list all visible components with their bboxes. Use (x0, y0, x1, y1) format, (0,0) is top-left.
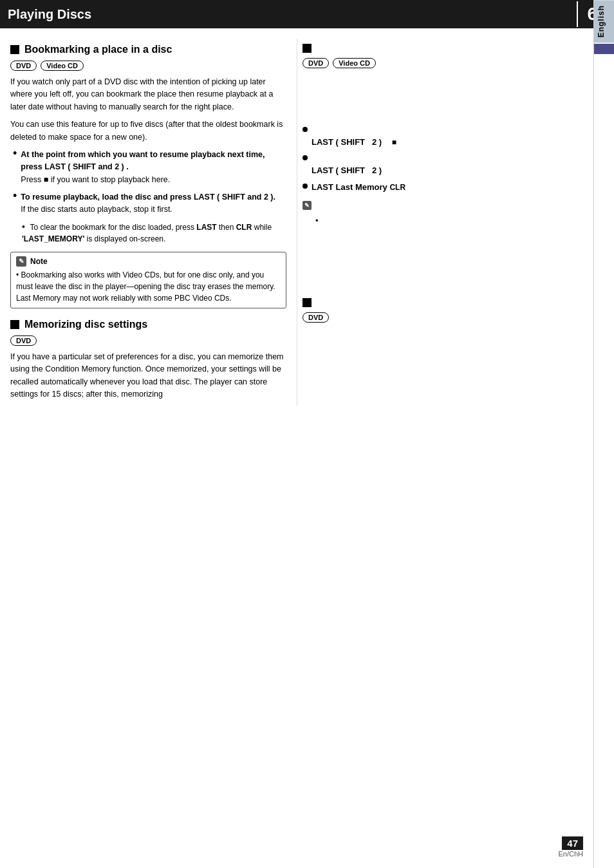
sidebar-english-label: English (594, 0, 615, 42)
right-section1-header (302, 44, 583, 53)
right-section2-header (302, 298, 583, 307)
right-badge-videocd: Video CD (333, 58, 376, 68)
bullet1-strong: At the point from which you want to resu… (21, 150, 265, 171)
right-note-row: ✎ • (302, 201, 583, 227)
right-chinese-spacer (302, 73, 583, 125)
right-bullet-1-content: LAST ( SHIFT 2 ) ■ (312, 125, 396, 148)
section1-title: Bookmarking a place in a disc (24, 44, 172, 55)
right-bullet-2: LAST ( SHIFT 2 ) (302, 153, 583, 175)
right-column: DVD Video CD LAST ( SHIFT 2 ) ■ (297, 39, 593, 406)
section2-title: Memorizing disc settings (24, 319, 147, 330)
note-icon: ✎ (16, 256, 26, 267)
right-last-key-2: LAST ( SHIFT 2 ) (312, 165, 382, 175)
right-bullet-2-content: LAST ( SHIFT 2 ) (312, 153, 382, 175)
right-note-icon-row: ✎ (302, 201, 583, 210)
section1-intro: If you watch only part of a DVD disc wit… (10, 76, 286, 113)
section2-intro: If you have a particular set of preferen… (10, 351, 286, 401)
right-stop-symbol-1: ■ (384, 138, 396, 147)
clear-bullet-dot: • (22, 222, 25, 232)
right-section1-square (302, 44, 312, 53)
right-badge-dvd-s2: DVD (302, 312, 329, 323)
page-sub-label: En/ChH (558, 850, 583, 858)
page-number: 47 (562, 836, 583, 850)
main-content: Bookmarking a place in a disc DVD Video … (0, 28, 593, 406)
section2-heading: Memorizing disc settings (10, 319, 286, 330)
right-section2-badges: DVD (302, 312, 583, 323)
clear-instruction-row: • To clear the bookmark for the disc loa… (10, 222, 286, 245)
right-note-bullet-dot: • (315, 216, 319, 225)
right-badge-dvd: DVD (302, 58, 329, 68)
sidebar-chinese-label: 中文 (594, 44, 615, 54)
right-note-bullet: • (302, 215, 583, 227)
right-last-memory: Last Memory (336, 182, 387, 192)
section1-square (10, 45, 19, 54)
note-box: ✎ Note • Bookmarking also works with Vid… (10, 252, 286, 308)
bullet-content-2: To resume playback, load the disc and pr… (21, 191, 275, 216)
section2-badges: DVD (10, 335, 286, 346)
badge-dvd: DVD (10, 61, 37, 71)
bullet-dot-2: • (13, 189, 17, 216)
right-bullet-3-content: LAST Last Memory CLR (312, 182, 405, 194)
right-bullet-circle-3 (302, 184, 308, 189)
bullet1-sub: Press ■ if you want to stop playback her… (21, 175, 170, 184)
bullet-content-1: At the point from which you want to resu… (21, 149, 286, 186)
right-last-key-1: LAST ( SHIFT 2 ) (312, 137, 382, 147)
right-section1-badges: DVD Video CD (302, 58, 583, 68)
clear-instruction-text: To clear the bookmark for the disc loade… (22, 223, 272, 244)
right-bullet-1: LAST ( SHIFT 2 ) ■ (302, 125, 583, 148)
section2-square (10, 320, 19, 329)
section1-badges: DVD Video CD (10, 61, 286, 71)
right-sidebar: English 中文 (593, 0, 614, 868)
left-column: Bookmarking a place in a disc DVD Video … (0, 39, 297, 406)
note-header: ✎ Note (16, 256, 281, 267)
note-bullet-dot: • (16, 270, 19, 279)
note-label: Note (30, 257, 48, 266)
badge-videocd: Video CD (41, 61, 84, 71)
right-bullet-circle-1 (302, 127, 308, 132)
header-bar: Playing Discs 6 (0, 0, 614, 28)
right-bullet-circle-2 (302, 155, 308, 160)
right-spacer-2 (302, 234, 583, 298)
right-last-key-3: LAST (312, 182, 333, 192)
right-bullet-3: LAST Last Memory CLR (302, 182, 583, 194)
section1-capacity: You can use this feature for up to five … (10, 118, 286, 144)
bullet-item-2: • To resume playback, load the disc and … (10, 191, 286, 216)
bullet2-strong: To resume playback, load the disc and pr… (21, 193, 275, 202)
right-bullet-3-row: LAST Last Memory CLR (302, 182, 583, 194)
right-section2-square (302, 298, 312, 307)
badge-dvd-s2: DVD (10, 335, 37, 346)
right-note-icon: ✎ (302, 201, 312, 210)
note-body: Bookmarking also works with Video CDs, b… (16, 270, 275, 303)
bullet-item-1: • At the point from which you want to re… (10, 149, 286, 186)
bullet2-sub: If the disc starts auto playback, stop i… (21, 205, 172, 214)
page-footer: 47 En/ChH (558, 836, 583, 858)
right-clr-key: CLR (389, 183, 405, 192)
note-text: • Bookmarking also works with Video CDs,… (16, 269, 281, 304)
section1-heading: Bookmarking a place in a disc (10, 44, 286, 55)
page-wrapper: Playing Discs 6 English 中文 Bookmarking a… (0, 0, 614, 868)
bullet-dot-1: • (13, 147, 17, 186)
page-title: Playing Discs (8, 7, 91, 22)
